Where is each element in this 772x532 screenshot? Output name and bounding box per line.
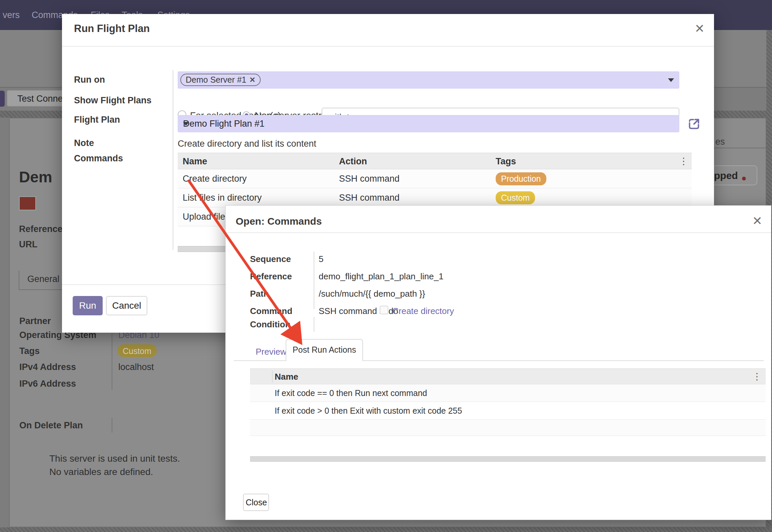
checkbox[interactable]: [380, 306, 388, 314]
server-page-title: Dem: [19, 168, 52, 186]
commands-table-header: Name Action Tags ⋮: [178, 153, 692, 169]
tab-post-run-actions-label: Post Run Actions: [286, 345, 362, 355]
action-row-label: If exit code > 0 then Exit with custom e…: [275, 406, 462, 416]
field-label-ipv6: IPv6 Address: [19, 379, 76, 389]
field-label-tags: Tags: [19, 346, 40, 356]
table-row[interactable]: Create directory SSH command Production: [178, 169, 692, 188]
cell-name: List files in directory: [178, 193, 334, 203]
col-header-tags[interactable]: Tags: [491, 153, 692, 169]
test-connection-label: Test Conne: [17, 94, 63, 104]
actions-table-header: Name ⋮: [250, 368, 766, 384]
kebab-menu-icon[interactable]: ⋮: [752, 372, 762, 381]
flight-plan-select[interactable]: Demo Flight Plan #1: [178, 115, 679, 132]
table-row[interactable]: If exit code == 0 then Run next command: [250, 384, 766, 402]
table-row[interactable]: If exit code > 0 then Exit with custom e…: [250, 402, 766, 420]
reference-value: demo_flight_plan_1_plan_line_1: [319, 272, 443, 282]
horizontal-scrollbar[interactable]: [250, 456, 766, 462]
tab-post-run-actions[interactable]: Post Run Actions: [286, 339, 363, 361]
label-show-flight-plans: Show Flight Plans: [74, 95, 152, 106]
cell-action: SSH command: [334, 193, 491, 203]
label-reference: Reference: [250, 272, 292, 282]
tab-underline: [19, 289, 67, 290]
col-header-action[interactable]: Action: [334, 153, 491, 169]
menu-item-servers[interactable]: vers: [3, 10, 20, 20]
action-button-fragment[interactable]: [0, 91, 5, 107]
modal-title: Run Flight Plan: [74, 23, 150, 35]
modal-header-divider: [226, 232, 771, 233]
run-button[interactable]: Run: [73, 296, 103, 315]
tab-border: [19, 271, 19, 289]
modal-title: Open: Commands: [236, 216, 322, 227]
plan-description: Create directory and list its content: [178, 139, 316, 149]
path-value: /such/much/{{ demo_path }}: [319, 289, 425, 299]
server-tag-pill[interactable]: Demo Server #1 ✕: [180, 74, 261, 86]
chevron-down-icon[interactable]: [668, 78, 674, 82]
create-directory-link[interactable]: Create directory: [392, 306, 454, 316]
form-label-divider: [173, 70, 173, 250]
post-run-actions-table: Name ⋮ If exit code == 0 then Run next c…: [250, 368, 766, 436]
tab-general[interactable]: General: [27, 274, 59, 284]
run-on-multiselect[interactable]: Demo Server #1 ✕: [178, 71, 679, 89]
table-row-empty: [250, 420, 766, 436]
col-header-name[interactable]: Name: [178, 153, 334, 169]
action-row-label: If exit code == 0 then Run next command: [275, 388, 427, 398]
tag-chip-label: Custom: [117, 346, 157, 356]
flight-plan-value: Demo Flight Plan #1: [183, 119, 265, 129]
remove-tag-icon[interactable]: ✕: [249, 76, 255, 84]
field-label-on-delete-plan: On Delete Plan: [19, 420, 83, 431]
label-path: Path: [250, 289, 269, 299]
label-run-on: Run on: [74, 75, 105, 85]
field-label-partner: Partner: [19, 316, 51, 326]
server-color-swatch[interactable]: [19, 196, 36, 210]
label-command: Command: [250, 306, 292, 316]
unit-test-note-line2: No variables are defined.: [49, 467, 153, 477]
open-commands-modal: Open: Commands ✕ Sequence Reference Path…: [225, 205, 771, 520]
status-dot-icon: ●: [741, 174, 747, 182]
field-label-reference: Reference: [19, 224, 63, 234]
sequence-value: 5: [319, 254, 323, 264]
cell-tags: Production: [491, 172, 692, 185]
field-label-ipv4: IPv4 Address: [19, 362, 76, 372]
tab-underline: [714, 148, 766, 148]
close-icon[interactable]: ✕: [695, 23, 705, 35]
cell-action: SSH command: [334, 174, 491, 184]
unit-test-note-line1: This server is used in unit tests.: [49, 453, 180, 464]
external-link-icon[interactable]: [687, 117, 701, 131]
form-column-divider: [112, 328, 112, 390]
close-button[interactable]: Close: [243, 494, 269, 511]
tag-chip-custom: Custom: [117, 344, 157, 357]
label-sequence: Sequence: [250, 254, 291, 264]
col-header-name[interactable]: Name: [275, 372, 298, 382]
kebab-menu-icon[interactable]: ⋮: [679, 157, 688, 166]
close-icon[interactable]: ✕: [752, 215, 762, 227]
server-tag-label: Demo Server #1: [186, 75, 246, 85]
notebook-tab-tail[interactable]: es: [715, 137, 725, 147]
cell-name: Create directory: [178, 174, 334, 184]
page-texture: [0, 527, 772, 532]
tag-chip-production: Production: [496, 172, 546, 185]
tab-preview[interactable]: Preview: [256, 347, 286, 357]
label-note: Note: [74, 138, 94, 148]
label-condition: Condition: [250, 320, 290, 330]
server-status-label: pped: [714, 170, 738, 182]
field-label-url: URL: [19, 239, 38, 250]
tag-chip-custom: Custom: [496, 191, 535, 204]
label-flight-plan: Flight Plan: [74, 115, 120, 125]
column-divider: [272, 371, 273, 383]
form-column-divider: [112, 418, 112, 433]
cancel-button[interactable]: Cancel: [106, 296, 147, 315]
label-commands: Commands: [74, 153, 123, 164]
ipv4-value: localhost: [118, 362, 154, 372]
table-row[interactable]: List files in directory SSH command Cust…: [178, 188, 692, 207]
modal-header-divider: [62, 46, 714, 47]
cell-tags: Custom: [491, 191, 692, 204]
form-label-divider: [314, 252, 314, 309]
chevron-down-icon: [183, 122, 189, 126]
form-label-divider: [314, 317, 314, 332]
